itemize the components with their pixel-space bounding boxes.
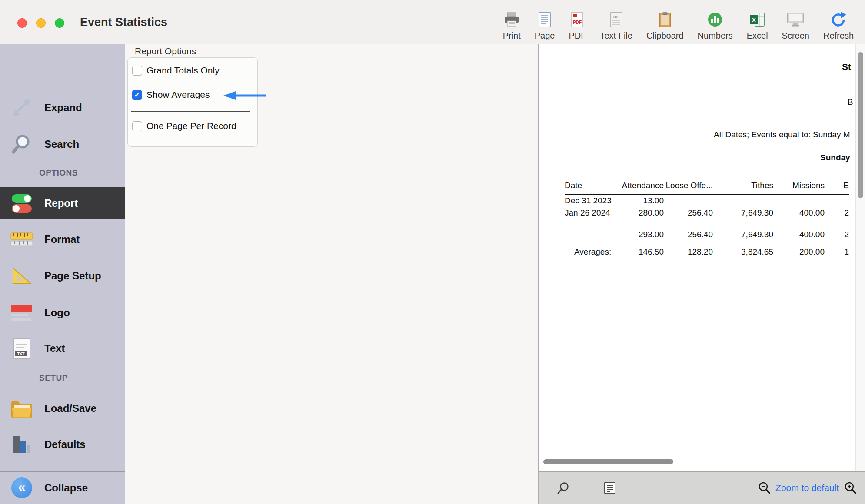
checkbox-row-one-page-per-record[interactable]: One Page Per Record [132,119,236,133]
cell-loose-offering: 256.40 [664,222,713,241]
table-row: Jan 26 2024 280.00 256.40 7,649.30 400.0… [565,207,849,222]
report-filter-line: All Dates; Events equal to: Sunday M [714,130,850,139]
zoom-controls: Zoom to default [757,472,857,504]
toolbar-text-file[interactable]: TXT Text File [600,3,632,41]
toolbar-numbers[interactable]: Numbers [698,3,733,41]
totals-row: 293.00 256.40 7,649.30 400.00 2 [565,222,849,241]
checkbox-row-grand-totals-only[interactable]: Grand Totals Only [132,64,220,77]
cell-missions: 200.00 [773,246,825,258]
preview-footer: Zoom to default [539,471,865,504]
checkbox-label: Show Averages [146,90,210,100]
event-statistics-window: Event Statistics Print [0,0,865,504]
cell-attendance: 293.00 [617,222,664,241]
sidebar-item-format[interactable]: Format [0,223,125,255]
preview-search-icon[interactable] [557,481,570,494]
toolbar-label: Refresh [823,31,854,41]
sidebar-footer: « Collapse [0,471,125,504]
cell-clipped: 1 [825,246,849,258]
col-header-missions: Missions [773,173,825,194]
col-header-date: Date [565,173,617,194]
sidebar-section-options: OPTIONS [0,168,125,178]
svg-text:PDF: PDF [573,20,582,25]
sidebar-item-expand[interactable]: Expand [0,92,125,124]
toggle-off-icon [12,204,32,213]
cell-missions [773,194,825,207]
cell-label [565,222,617,241]
toolbar-label: Excel [747,31,768,41]
cell-clipped: 2 [825,207,849,222]
toolbar-label: Text File [600,31,632,41]
toolbar-label: PDF [569,31,586,41]
sidebar-item-page-setup[interactable]: Page Setup [0,260,125,292]
page-icon [538,10,551,30]
sidebar-item-load-save[interactable]: Load/Save [0,392,125,424]
show-averages-checkbox[interactable] [132,90,142,100]
sidebar-item-label: Defaults [44,438,86,451]
horizontal-scrollbar[interactable] [543,459,673,464]
col-header-clipped: E [825,173,849,194]
text-view-icon[interactable] [604,481,616,494]
txt-document-icon: TXT [6,338,37,359]
cell-tithes [713,194,773,207]
toolbar-print[interactable]: Print [503,3,521,41]
cell-attendance: 13.00 [617,194,664,207]
toolbar-clipboard[interactable]: Clipboard [646,3,684,41]
folder-icon [6,399,37,418]
one-page-per-record-checkbox[interactable] [132,121,142,131]
toolbar-pdf[interactable]: PDF PDF [569,3,586,41]
toolbar-page[interactable]: Page [535,3,555,41]
vertical-scrollbar-thumb[interactable] [858,52,863,198]
cell-tithes: 7,649.30 [713,207,773,222]
minimize-button[interactable] [36,18,46,28]
zoom-to-default-link[interactable]: Zoom to default [775,483,839,493]
col-header-attendance: Attendance [617,173,664,194]
cell-loose-offering: 128.20 [664,246,713,258]
zoom-in-icon[interactable] [843,481,857,495]
table-row: Dec 31 2023 13.00 [565,194,849,207]
cell-attendance: 146.50 [617,246,664,258]
grand-totals-only-checkbox[interactable] [132,66,142,76]
toolbar-screen[interactable]: Screen [782,3,809,41]
vertical-scrollbar-track[interactable] [855,44,865,471]
toggle-on-icon [12,194,32,203]
checkbox-row-show-averages[interactable]: Show Averages [132,88,210,101]
sidebar-item-logo[interactable]: Logo [0,297,125,329]
cell-tithes: 7,649.30 [713,222,773,241]
table-header-row: Date Attendance Loose Offe... Tithes Mis… [565,173,849,194]
sidebar: Expand Search OPTIONS Report [0,44,125,504]
close-button[interactable] [17,18,27,28]
cell-attendance: 280.00 [617,207,664,222]
cell-date: Dec 31 2023 [565,194,617,207]
col-header-loose-offering: Loose Offe... [664,173,713,194]
svg-text:TXT: TXT [612,15,620,19]
sidebar-section-setup: SETUP [0,373,125,383]
sidebar-item-report[interactable]: Report [0,187,125,219]
toggles-icon [6,193,37,214]
cell-tithes: 3,824.65 [713,246,773,258]
screen-icon [787,10,804,30]
cell-missions: 400.00 [773,207,825,222]
zoom-button[interactable] [55,18,64,28]
svg-text:X: X [752,16,756,23]
traffic-lights [17,18,64,28]
toolbar-refresh[interactable]: Refresh [823,3,854,41]
toolbar: Print Page [503,3,854,41]
cell-averages-label: Averages: [565,246,617,258]
report-table: Date Attendance Loose Offe... Tithes Mis… [565,173,849,258]
col-header-tithes: Tithes [713,173,773,194]
window-title: Event Statistics [80,15,167,29]
sidebar-item-label: Expand [44,102,82,114]
report-preview-page: St B All Dates; Events equal to: Sunday … [539,44,865,471]
report-group-label: Sunday [820,153,850,162]
sidebar-item-text[interactable]: TXT Text [0,332,125,365]
sidebar-item-defaults[interactable]: Defaults [0,428,125,461]
sidebar-collapse-button[interactable]: Collapse [44,482,88,494]
sidebar-item-label: Search [44,138,79,150]
toolbar-label: Print [503,31,521,41]
toolbar-excel[interactable]: X Excel [747,3,768,41]
options-panel: Report Options Grand Totals Only Show Av… [125,44,539,504]
averages-row: Averages: 146.50 128.20 3,824.65 200.00 … [565,246,849,258]
sidebar-item-search[interactable]: Search [0,128,125,160]
zoom-out-icon[interactable] [757,481,771,495]
cell-clipped: 2 [825,222,849,241]
